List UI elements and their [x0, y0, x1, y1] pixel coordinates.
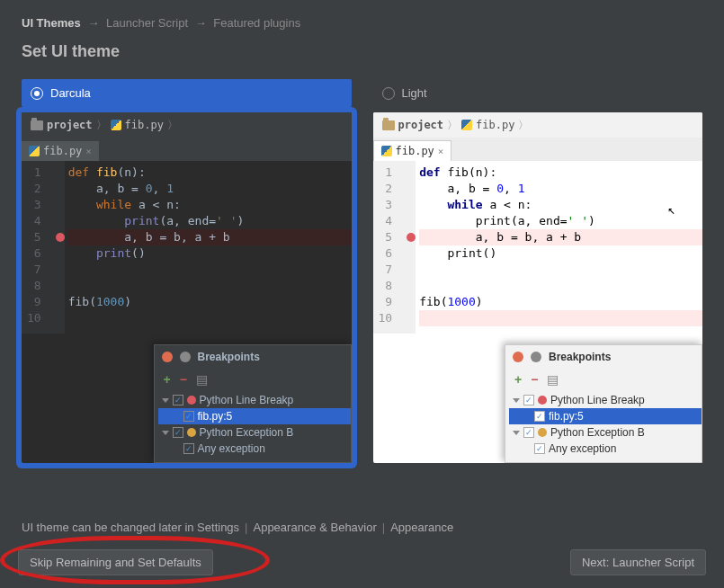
preview-light: project 〉 fib.py 〉 fib.py × 1 2 3 4 5 — [373, 112, 703, 463]
python-file-icon — [381, 146, 392, 156]
radio-icon — [382, 87, 395, 100]
theme-option-darcula[interactable]: Darcula project 〉 fib.py 〉 fib.py × 1 2 — [22, 79, 352, 463]
breakpoints-popup: Breakpoints + − ▤ Python Line Breakp fib… — [154, 344, 352, 463]
pathbar: project 〉 fib.py 〉 — [22, 112, 352, 138]
code-editor: def fib(n): a, b = 0, 1 while a < n: pri… — [416, 161, 702, 334]
theme-radio-light[interactable]: Light — [373, 79, 703, 107]
triangle-down-icon — [162, 431, 169, 435]
add-icon: + — [514, 372, 522, 387]
theme-option-light[interactable]: Light project 〉 fib.py 〉 fib.py × 1 2 — [373, 79, 703, 463]
breakpoint-gutter — [50, 161, 65, 334]
folder-icon — [382, 120, 395, 130]
window-minimize-icon — [180, 352, 191, 362]
window-close-icon — [513, 352, 523, 362]
exception-breakpoint-icon — [538, 428, 547, 437]
checkbox-icon — [534, 411, 545, 422]
line-number-gutter: 1 2 3 4 5 6 7 8 9 10 — [22, 161, 50, 334]
checkbox-icon — [523, 395, 534, 405]
python-file-icon — [29, 146, 40, 156]
breakpoint-icon — [407, 233, 416, 242]
triangle-down-icon — [513, 398, 520, 403]
theme-radio-darcula[interactable]: Darcula — [22, 79, 352, 107]
next-button[interactable]: Next: Launcher Script — [570, 549, 706, 575]
checkbox-icon — [523, 427, 534, 438]
triangle-down-icon — [513, 431, 520, 435]
window-close-icon — [162, 352, 173, 362]
theme-label: Darcula — [50, 86, 91, 100]
breadcrumb-arrow-icon: → — [195, 16, 207, 30]
chevron-right-icon: 〉 — [447, 118, 458, 133]
breadcrumb-step-1: UI Themes — [22, 16, 81, 30]
close-icon: × — [85, 146, 92, 157]
triangle-down-icon — [162, 398, 169, 403]
chevron-right-icon: 〉 — [96, 118, 107, 133]
cursor-icon: ↖ — [668, 202, 675, 217]
add-icon: + — [164, 372, 171, 387]
chevron-right-icon: 〉 — [518, 118, 529, 133]
exception-breakpoint-icon — [187, 428, 196, 437]
radio-icon — [31, 87, 43, 100]
list-icon: ▤ — [547, 372, 559, 387]
python-file-icon — [111, 120, 121, 130]
page-title: Set UI theme — [0, 33, 724, 79]
breakpoints-title: Breakpoints — [198, 351, 260, 363]
close-icon: × — [438, 146, 444, 157]
line-number-gutter: 1 2 3 4 5 6 7 8 9 10 — [373, 161, 402, 334]
hint-text: UI theme can be changed later in Setting… — [22, 521, 453, 534]
code-editor: def fib(n): a, b = 0, 1 while a < n: pri… — [65, 161, 352, 334]
breakpoints-title: Breakpoints — [549, 351, 611, 363]
checkbox-icon — [173, 427, 183, 438]
skip-button[interactable]: Skip Remaining and Set Defaults — [18, 549, 213, 575]
theme-label: Light — [402, 86, 427, 100]
checkbox-icon — [173, 395, 183, 405]
folder-icon — [31, 120, 43, 130]
checkbox-icon — [183, 443, 194, 454]
chevron-right-icon: 〉 — [167, 118, 178, 133]
checkbox-icon — [183, 411, 194, 422]
wizard-breadcrumb: UI Themes → Launcher Script → Featured p… — [0, 0, 724, 33]
breakpoints-popup: Breakpoints + − ▤ Python Line Breakp fib… — [505, 344, 702, 463]
breadcrumb-step-2: Launcher Script — [106, 16, 188, 30]
breakpoint-gutter — [401, 161, 416, 334]
python-file-icon — [461, 120, 472, 130]
breakpoint-icon — [538, 396, 547, 405]
editor-tabbar: fib.py × — [22, 138, 352, 161]
preview-darcula: project 〉 fib.py 〉 fib.py × 1 2 3 4 5 — [22, 112, 352, 463]
checkbox-icon — [534, 443, 545, 454]
editor-tabbar: fib.py × — [373, 138, 703, 161]
pathbar: project 〉 fib.py 〉 — [373, 112, 703, 138]
breadcrumb-step-3: Featured plugins — [213, 16, 300, 30]
breakpoint-icon — [56, 233, 65, 242]
editor-tab: fib.py × — [373, 140, 452, 161]
list-icon: ▤ — [196, 372, 208, 387]
window-minimize-icon — [531, 352, 541, 362]
remove-icon: − — [531, 372, 538, 387]
editor-tab: fib.py × — [22, 141, 99, 161]
breadcrumb-arrow-icon: → — [87, 16, 99, 30]
remove-icon: − — [180, 372, 187, 387]
breakpoint-icon — [187, 396, 196, 405]
